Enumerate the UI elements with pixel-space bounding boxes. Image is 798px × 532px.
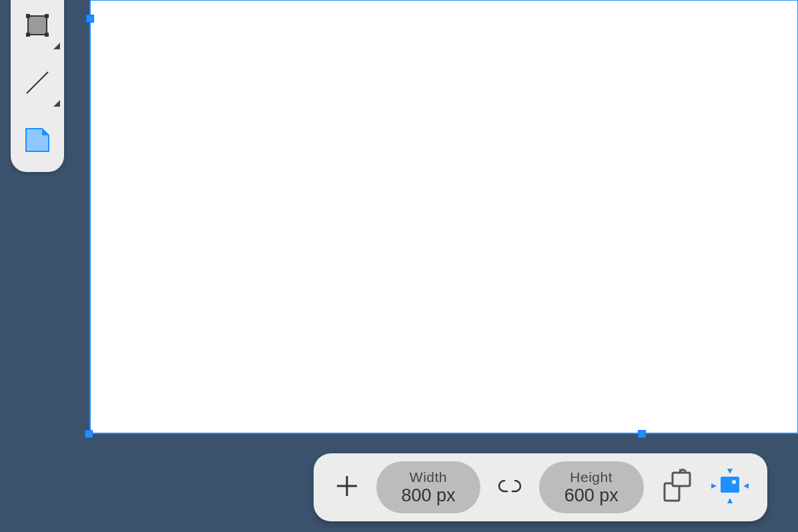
width-value: 800 px <box>401 485 455 506</box>
height-value: 600 px <box>564 485 619 506</box>
canvas-size-control-bar: Width 800 px Height 600 px <box>314 453 767 521</box>
resize-image-icon <box>709 467 751 507</box>
svg-rect-2 <box>45 14 49 18</box>
svg-rect-0 <box>28 16 47 35</box>
width-label: Width <box>410 469 447 485</box>
artboard-tool[interactable] <box>19 123 56 160</box>
swap-orientation-button[interactable] <box>657 467 697 507</box>
svg-line-5 <box>27 72 48 93</box>
add-preset-button[interactable] <box>331 471 363 503</box>
line-tool[interactable] <box>19 65 56 103</box>
page-rotate-icon <box>659 469 694 506</box>
submenu-indicator-icon <box>53 100 60 107</box>
aspect-lock-toggle[interactable] <box>494 471 526 503</box>
link-broken-icon <box>495 477 524 497</box>
rectangle-select-tool[interactable] <box>19 8 56 45</box>
svg-marker-14 <box>727 498 733 503</box>
artboard-canvas[interactable] <box>90 0 798 433</box>
plus-icon <box>334 473 360 501</box>
svg-marker-16 <box>743 483 749 489</box>
svg-point-12 <box>732 480 736 484</box>
width-field[interactable]: Width 800 px <box>376 461 481 513</box>
svg-rect-11 <box>721 477 739 493</box>
submenu-indicator-icon <box>53 43 60 49</box>
line-icon <box>23 68 52 100</box>
svg-rect-3 <box>26 33 30 37</box>
svg-marker-15 <box>711 483 717 489</box>
resize-to-fit-button[interactable] <box>710 467 750 507</box>
height-label: Height <box>570 469 613 485</box>
artboard-icon <box>22 125 53 158</box>
svg-rect-4 <box>45 33 49 37</box>
svg-marker-13 <box>727 469 733 474</box>
height-field[interactable]: Height 600 px <box>539 461 644 513</box>
selection-handle-top-left[interactable] <box>86 15 94 23</box>
svg-rect-9 <box>673 473 690 486</box>
side-toolbar <box>11 0 64 172</box>
svg-rect-1 <box>26 14 30 18</box>
rectangle-select-icon <box>23 11 52 43</box>
selection-handle-bottom-mid[interactable] <box>638 430 646 438</box>
selection-handle-bottom-left[interactable] <box>85 430 93 438</box>
